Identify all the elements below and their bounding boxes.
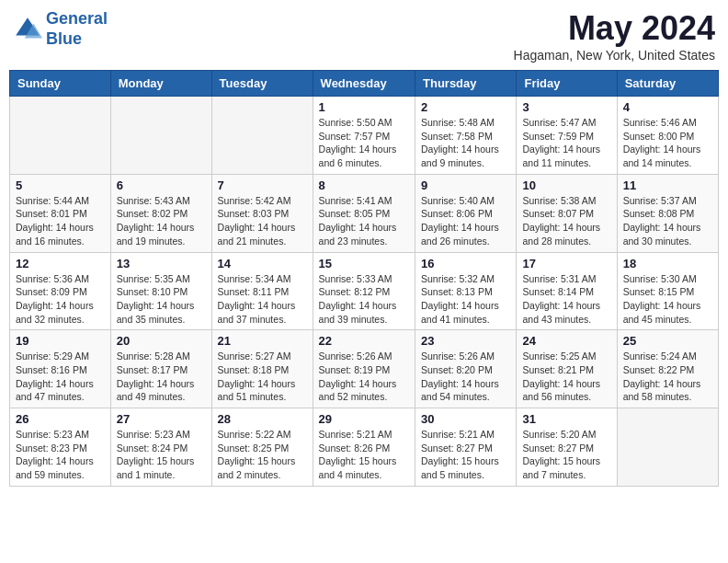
calendar-cell: 29 Sunrise: 5:21 AMSunset: 8:26 PMDaylig…: [313, 408, 415, 487]
calendar-cell: 20 Sunrise: 5:28 AMSunset: 8:17 PMDaylig…: [110, 330, 211, 408]
day-detail: Sunrise: 5:32 AMSunset: 8:13 PMDaylight:…: [421, 272, 510, 327]
day-detail: Sunrise: 5:35 AMSunset: 8:10 PMDaylight:…: [117, 272, 206, 327]
calendar-cell: 19 Sunrise: 5:29 AMSunset: 8:16 PMDaylig…: [10, 330, 111, 408]
calendar-week-4: 19 Sunrise: 5:29 AMSunset: 8:16 PMDaylig…: [10, 330, 719, 408]
col-saturday: Saturday: [617, 71, 718, 97]
calendar-week-1: 1 Sunrise: 5:50 AMSunset: 7:57 PMDayligh…: [10, 97, 719, 175]
calendar-cell: [10, 97, 111, 175]
logo-line1: General: [46, 9, 108, 28]
calendar-cell: 30 Sunrise: 5:21 AMSunset: 8:27 PMDaylig…: [415, 408, 517, 487]
calendar-cell: 13 Sunrise: 5:35 AMSunset: 8:10 PMDaylig…: [110, 252, 211, 330]
day-number: 14: [218, 257, 307, 270]
logo: General Blue: [13, 9, 108, 49]
day-detail: Sunrise: 5:29 AMSunset: 8:16 PMDaylight:…: [16, 350, 105, 404]
logo-icon: [13, 15, 42, 44]
calendar-header-row: Sunday Monday Tuesday Wednesday Thursday…: [10, 71, 719, 97]
day-number: 15: [319, 257, 409, 270]
title-block: May 2024 Hagaman, New York, United State…: [514, 9, 715, 63]
day-detail: Sunrise: 5:23 AMSunset: 8:24 PMDaylight:…: [117, 428, 206, 482]
calendar-cell: 28 Sunrise: 5:22 AMSunset: 8:25 PMDaylig…: [211, 408, 313, 487]
calendar-cell: 15 Sunrise: 5:33 AMSunset: 8:12 PMDaylig…: [313, 252, 415, 330]
calendar-cell: 18 Sunrise: 5:30 AMSunset: 8:15 PMDaylig…: [617, 252, 718, 330]
calendar-cell: [617, 408, 718, 487]
day-detail: Sunrise: 5:38 AMSunset: 8:07 PMDaylight:…: [522, 194, 610, 248]
col-friday: Friday: [517, 71, 617, 97]
calendar-cell: 17 Sunrise: 5:31 AMSunset: 8:14 PMDaylig…: [517, 252, 617, 330]
calendar-cell: 27 Sunrise: 5:23 AMSunset: 8:24 PMDaylig…: [110, 408, 211, 487]
day-number: 18: [623, 257, 712, 270]
day-detail: Sunrise: 5:43 AMSunset: 8:02 PMDaylight:…: [117, 194, 206, 248]
day-number: 30: [421, 412, 510, 426]
day-detail: Sunrise: 5:24 AMSunset: 8:22 PMDaylight:…: [623, 350, 712, 404]
logo-text: General Blue: [46, 9, 108, 49]
day-number: 28: [218, 412, 307, 426]
calendar-table: Sunday Monday Tuesday Wednesday Thursday…: [9, 70, 719, 487]
day-number: 4: [623, 100, 712, 114]
day-number: 2: [421, 100, 510, 114]
day-detail: Sunrise: 5:26 AMSunset: 8:19 PMDaylight:…: [319, 350, 409, 404]
day-number: 1: [319, 100, 409, 114]
day-number: 23: [421, 334, 510, 348]
day-number: 3: [522, 100, 610, 114]
col-thursday: Thursday: [415, 71, 517, 97]
calendar-cell: 21 Sunrise: 5:27 AMSunset: 8:18 PMDaylig…: [211, 330, 313, 408]
calendar-cell: 26 Sunrise: 5:23 AMSunset: 8:23 PMDaylig…: [10, 408, 111, 487]
calendar-week-2: 5 Sunrise: 5:44 AMSunset: 8:01 PMDayligh…: [10, 174, 719, 252]
day-detail: Sunrise: 5:22 AMSunset: 8:25 PMDaylight:…: [218, 428, 307, 482]
day-number: 9: [421, 178, 510, 192]
day-detail: Sunrise: 5:33 AMSunset: 8:12 PMDaylight:…: [319, 272, 409, 327]
day-number: 7: [218, 178, 307, 192]
calendar-week-5: 26 Sunrise: 5:23 AMSunset: 8:23 PMDaylig…: [10, 408, 719, 487]
calendar-cell: 7 Sunrise: 5:42 AMSunset: 8:03 PMDayligh…: [211, 174, 313, 252]
calendar-cell: 12 Sunrise: 5:36 AMSunset: 8:09 PMDaylig…: [10, 252, 111, 330]
calendar-week-3: 12 Sunrise: 5:36 AMSunset: 8:09 PMDaylig…: [10, 252, 719, 330]
day-detail: Sunrise: 5:36 AMSunset: 8:09 PMDaylight:…: [16, 272, 105, 327]
day-number: 22: [319, 334, 409, 348]
calendar-cell: 3 Sunrise: 5:47 AMSunset: 7:59 PMDayligh…: [517, 97, 617, 175]
col-tuesday: Tuesday: [211, 71, 313, 97]
day-number: 6: [117, 178, 206, 192]
day-number: 16: [421, 257, 510, 270]
calendar-cell: 8 Sunrise: 5:41 AMSunset: 8:05 PMDayligh…: [313, 174, 415, 252]
day-detail: Sunrise: 5:50 AMSunset: 7:57 PMDaylight:…: [319, 116, 409, 170]
day-detail: Sunrise: 5:21 AMSunset: 8:26 PMDaylight:…: [319, 428, 409, 482]
day-number: 29: [319, 412, 409, 426]
day-number: 31: [522, 412, 610, 426]
day-detail: Sunrise: 5:20 AMSunset: 8:27 PMDaylight:…: [522, 428, 610, 482]
day-detail: Sunrise: 5:21 AMSunset: 8:27 PMDaylight:…: [421, 428, 510, 482]
day-number: 17: [522, 257, 610, 270]
month-title: May 2024: [514, 9, 715, 48]
location: Hagaman, New York, United States: [514, 48, 715, 63]
day-detail: Sunrise: 5:27 AMSunset: 8:18 PMDaylight:…: [218, 350, 307, 404]
calendar-cell: 9 Sunrise: 5:40 AMSunset: 8:06 PMDayligh…: [415, 174, 517, 252]
day-number: 20: [117, 334, 206, 348]
calendar-cell: 25 Sunrise: 5:24 AMSunset: 8:22 PMDaylig…: [617, 330, 718, 408]
day-number: 12: [16, 257, 105, 270]
day-detail: Sunrise: 5:31 AMSunset: 8:14 PMDaylight:…: [522, 272, 610, 327]
day-detail: Sunrise: 5:42 AMSunset: 8:03 PMDaylight:…: [218, 194, 307, 248]
calendar-cell: 22 Sunrise: 5:26 AMSunset: 8:19 PMDaylig…: [313, 330, 415, 408]
day-number: 19: [16, 334, 105, 348]
calendar-cell: 6 Sunrise: 5:43 AMSunset: 8:02 PMDayligh…: [110, 174, 211, 252]
day-detail: Sunrise: 5:46 AMSunset: 8:00 PMDaylight:…: [623, 116, 712, 170]
day-number: 26: [16, 412, 105, 426]
day-number: 5: [16, 178, 105, 192]
calendar-cell: [110, 97, 211, 175]
day-number: 11: [623, 178, 712, 192]
day-number: 8: [319, 178, 409, 192]
day-detail: Sunrise: 5:25 AMSunset: 8:21 PMDaylight:…: [522, 350, 610, 404]
logo-line2: Blue: [46, 29, 82, 48]
calendar-cell: 5 Sunrise: 5:44 AMSunset: 8:01 PMDayligh…: [10, 174, 111, 252]
day-detail: Sunrise: 5:37 AMSunset: 8:08 PMDaylight:…: [623, 194, 712, 248]
calendar-cell: 11 Sunrise: 5:37 AMSunset: 8:08 PMDaylig…: [617, 174, 718, 252]
day-detail: Sunrise: 5:44 AMSunset: 8:01 PMDaylight:…: [16, 194, 105, 248]
day-number: 25: [623, 334, 712, 348]
day-detail: Sunrise: 5:48 AMSunset: 7:58 PMDaylight:…: [421, 116, 510, 170]
day-detail: Sunrise: 5:28 AMSunset: 8:17 PMDaylight:…: [117, 350, 206, 404]
day-detail: Sunrise: 5:23 AMSunset: 8:23 PMDaylight:…: [16, 428, 105, 482]
col-monday: Monday: [110, 71, 211, 97]
day-detail: Sunrise: 5:26 AMSunset: 8:20 PMDaylight:…: [421, 350, 510, 404]
calendar-cell: 31 Sunrise: 5:20 AMSunset: 8:27 PMDaylig…: [517, 408, 617, 487]
calendar-cell: 4 Sunrise: 5:46 AMSunset: 8:00 PMDayligh…: [617, 97, 718, 175]
day-number: 27: [117, 412, 206, 426]
